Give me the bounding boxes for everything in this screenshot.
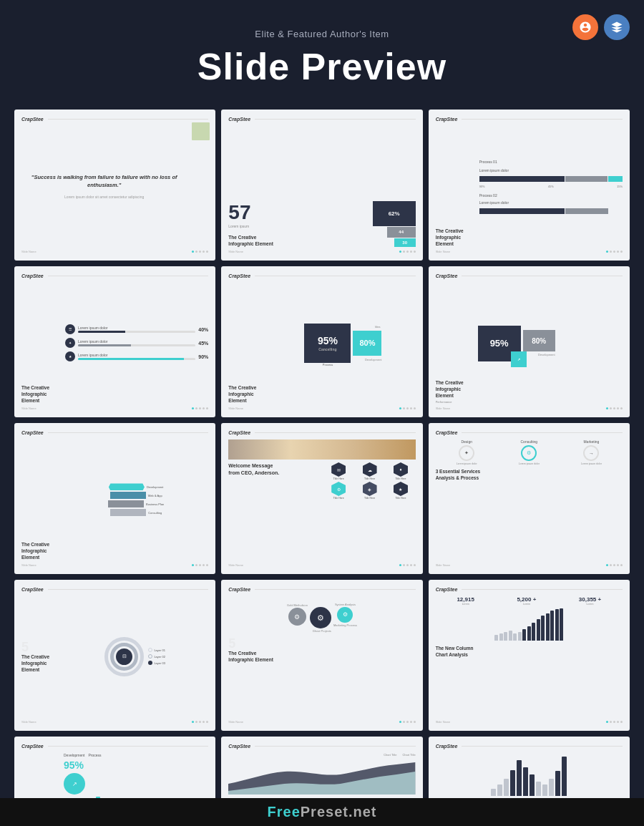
dot bbox=[606, 564, 608, 566]
layer-1-label: Development bbox=[147, 485, 164, 489]
tall-bar-5 bbox=[517, 760, 522, 796]
slide-2-card[interactable]: CrapStee 57 Lorem ipsum The CreativeInfo… bbox=[221, 110, 422, 261]
slide-6-content: The CreativeInfographic Element Performa… bbox=[436, 283, 623, 404]
slide-6-perf: Performance bbox=[436, 400, 475, 404]
slide-13-stats: Development Process bbox=[64, 753, 208, 757]
slide-3-content: The CreativeInfographic Element Process … bbox=[436, 126, 623, 247]
pct2: 45% bbox=[548, 185, 554, 188]
slide-3-right: Process 01 Lorem ipsum dolor 90% 45% 15%… bbox=[479, 126, 623, 247]
slide-2-block-3: 30 bbox=[394, 238, 416, 247]
slide-3-card[interactable]: CrapStee The CreativeInfographic Element… bbox=[429, 110, 630, 261]
item-2-content: Lorem ipsum dolor bbox=[78, 339, 195, 346]
slide-9-title: 3 Essential ServicesAnalysis & Process bbox=[436, 468, 623, 481]
slide-13-header: CrapStee bbox=[21, 744, 208, 749]
col-15 bbox=[560, 608, 563, 641]
circle-icon: ⊟ bbox=[122, 653, 127, 659]
slide-1-card[interactable]: CrapStee "Success is walking from failur… bbox=[14, 110, 215, 261]
hex-item-1: ✉ Title Here bbox=[324, 462, 353, 480]
dot bbox=[620, 721, 623, 723]
slide-6-left: The CreativeInfographic Element Performa… bbox=[436, 283, 475, 404]
slide-12-card[interactable]: CrapStee 12,915 Lorem 5,200 + Lorem 30,3… bbox=[429, 580, 630, 731]
slide-3-footer: Slide Name bbox=[436, 250, 623, 253]
watermark-prefix: Free bbox=[268, 804, 301, 820]
layer-1 bbox=[109, 483, 145, 490]
col-14 bbox=[555, 609, 559, 641]
slide-12-dots bbox=[606, 721, 623, 723]
hex-item-5: ◈ Title Here bbox=[355, 482, 384, 500]
slide-2-footer-dots bbox=[399, 251, 416, 253]
hex-item-6: ★ Title Here bbox=[386, 482, 415, 500]
slide-10-title: The CreativeInfographic Element bbox=[21, 653, 57, 673]
slide-5-pct1: 95% bbox=[318, 335, 338, 346]
slide-6-right-blocks: 80% Development bbox=[523, 330, 555, 356]
dot bbox=[406, 564, 409, 566]
slide-11-line bbox=[255, 589, 416, 590]
slide-2-blocks: 62% 44 30 bbox=[373, 201, 416, 247]
dot bbox=[195, 564, 197, 566]
slide-12-footer-name: Slide Name bbox=[436, 720, 451, 724]
slide-6-card[interactable]: CrapStee The CreativeInfographic Element… bbox=[429, 266, 630, 417]
stat-2-label: Lorem bbox=[517, 603, 536, 606]
dot bbox=[617, 407, 619, 409]
col-13 bbox=[550, 611, 554, 641]
slide-11-gears: Gold Methulsion ⚙ ⚙ Ghost Projects Syste… bbox=[228, 596, 415, 633]
slide-1-footer-name: Slide Name bbox=[21, 250, 36, 253]
slide-8-title: Welcome Messagefrom CEO, Anderson. bbox=[228, 462, 320, 477]
dot bbox=[203, 564, 205, 566]
slide-1-footer: Slide Name bbox=[21, 250, 208, 253]
slide-13-circle: ↗ bbox=[64, 773, 85, 795]
layer-dot-1 bbox=[148, 648, 152, 652]
slide-6-footer: Slide Name bbox=[436, 407, 623, 410]
tall-bar-3 bbox=[504, 779, 509, 796]
slide-1-image bbox=[192, 122, 210, 140]
slide-11-title: The CreativeInfographic Element bbox=[228, 650, 273, 663]
slide-6-header: CrapStee bbox=[436, 273, 623, 278]
tall-bar-9 bbox=[542, 784, 547, 796]
dot bbox=[414, 407, 416, 409]
slide-5-card[interactable]: CrapStee The CreativeInfographic Element… bbox=[221, 266, 422, 417]
dot bbox=[410, 407, 412, 409]
dot bbox=[620, 564, 623, 566]
slide-6-title: The CreativeInfographic Element bbox=[436, 379, 475, 399]
slide-4-card[interactable]: CrapStee The CreativeInfographic Element… bbox=[14, 266, 215, 417]
slide-12-header: CrapStee bbox=[436, 587, 623, 592]
service-marketing-label: Marketing bbox=[583, 439, 599, 444]
gear-1-top: Gold Methulsion bbox=[287, 603, 308, 607]
service-design-icon: ✦ bbox=[459, 445, 474, 461]
slide-9-card[interactable]: CrapStee Design ✦ Lorem ipsum dolor Cons… bbox=[429, 423, 630, 574]
slide-11-card[interactable]: CrapStee Gold Methulsion ⚙ ⚙ Ghost Proje… bbox=[221, 580, 422, 731]
dot bbox=[610, 251, 612, 253]
stat-2: 5,200 + Lorem bbox=[517, 596, 536, 606]
slide-2-footer: Slide Name bbox=[228, 250, 415, 253]
author-badge-2 bbox=[604, 14, 630, 40]
slide-10-card[interactable]: CrapStee 5 The CreativeInfographic Eleme… bbox=[14, 580, 215, 731]
dot bbox=[414, 564, 416, 566]
slide-7-layers: Development Web & App Business Plan Cons… bbox=[64, 439, 208, 560]
slide-3-bar-dark bbox=[479, 176, 565, 182]
circle-labels: Layer 01 Layer 02 Layer 03 bbox=[148, 648, 165, 665]
slide-7-left: The CreativeInfographic Element bbox=[21, 439, 61, 560]
slide-3-title: The CreativeInfographic Element bbox=[436, 228, 475, 247]
slide-2-big-num: 57 bbox=[228, 203, 366, 223]
dot bbox=[199, 564, 201, 566]
slide-6-dots bbox=[606, 407, 623, 409]
hex-4-label: Title Here bbox=[333, 497, 344, 500]
slide-4-item-1: ☰ Lorem ipsum dolor 40% bbox=[65, 324, 208, 334]
circle-container: ⊟ bbox=[104, 637, 144, 676]
slide-9-footer-name: Slide Name bbox=[436, 563, 451, 567]
slide-3-process2: Process 02 bbox=[479, 193, 623, 198]
slide-5-dev-label: Development bbox=[365, 358, 382, 361]
slide-3-process-label: Process 01 bbox=[479, 160, 623, 164]
gear-1: ⚙ bbox=[288, 608, 306, 626]
slide-11-footer: Slide Name bbox=[228, 720, 415, 724]
slide-12-title: The New ColumnChart Analysis bbox=[436, 645, 623, 658]
slide-10-footer: Slide Name bbox=[21, 720, 208, 724]
slide-15-line bbox=[462, 746, 623, 747]
slide-8-card[interactable]: CrapStee Welcome Messagefrom CEO, Anders… bbox=[221, 423, 422, 574]
slide-7-card[interactable]: CrapStee The CreativeInfographic Element… bbox=[14, 423, 215, 574]
slide-7-logo: CrapStee bbox=[21, 430, 44, 435]
dot bbox=[203, 721, 205, 723]
author-badge-1 bbox=[572, 14, 598, 40]
slide-10-left: 5 The CreativeInfographic Element bbox=[21, 641, 57, 673]
dot bbox=[195, 721, 197, 723]
